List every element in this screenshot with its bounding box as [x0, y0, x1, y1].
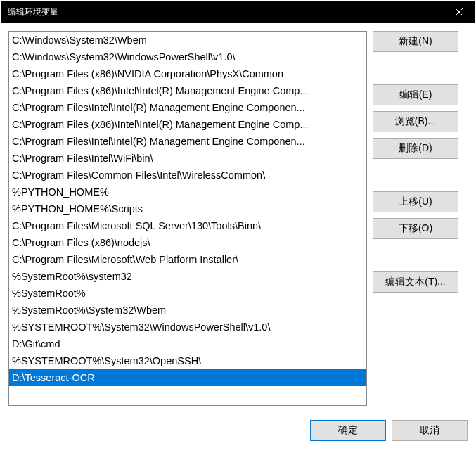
list-item[interactable]: C:\Windows\System32\WindowsPowerShell\v1… [9, 49, 366, 65]
list-item[interactable]: %SYSTEMROOT%\System32\WindowsPowerShell\… [9, 319, 366, 335]
list-item[interactable]: %SystemRoot%\System32\Wbem [9, 302, 366, 319]
ok-button[interactable]: 确定 [310, 420, 386, 441]
list-item[interactable]: %SystemRoot%\system32 [9, 268, 366, 285]
list-item[interactable]: D:\Tesseract-OCR [9, 369, 366, 386]
dialog-window: 编辑环境变量 C:\Windows\System32\WbemC:\Window… [0, 0, 476, 467]
close-button[interactable] [443, 1, 475, 23]
moveup-button[interactable]: 上移(U) [373, 191, 458, 212]
list-item[interactable]: %PYTHON_HOME% [9, 184, 366, 200]
side-buttons: 新建(N) 编辑(E) 浏览(B)... 删除(D) 上移(U) 下移(O) 编… [373, 31, 458, 293]
content-row: C:\Windows\System32\WbemC:\Windows\Syste… [8, 31, 468, 406]
list-item[interactable]: C:\Program Files\Intel\WiFi\bin\ [9, 150, 366, 167]
cancel-button[interactable]: 取消 [392, 420, 468, 441]
list-item[interactable]: C:\Program Files\Microsoft\Web Platform … [9, 251, 366, 268]
list-item[interactable]: D:\Git\cmd [9, 335, 366, 352]
list-item[interactable]: C:\Program Files\Common Files\Intel\Wire… [9, 167, 366, 184]
titlebar: 编辑环境变量 [1, 1, 475, 23]
delete-button[interactable]: 删除(D) [373, 138, 458, 159]
dialog-body: C:\Windows\System32\WbemC:\Windows\Syste… [1, 23, 475, 466]
list-item[interactable]: C:\Program Files\Microsoft SQL Server\13… [9, 217, 366, 234]
new-button[interactable]: 新建(N) [373, 31, 458, 52]
list-item[interactable]: C:\Program Files (x86)\Intel\Intel(R) Ma… [9, 82, 366, 99]
list-item[interactable]: C:\Program Files (x86)\Intel\Intel(R) Ma… [9, 116, 366, 133]
movedown-button[interactable]: 下移(O) [373, 218, 458, 239]
list-item[interactable]: %SYSTEMROOT%\System32\OpenSSH\ [9, 352, 366, 369]
footer: 确定 取消 [8, 420, 468, 441]
list-item[interactable]: C:\Program Files (x86)\NVIDIA Corporatio… [9, 65, 366, 82]
window-title: 编辑环境变量 [8, 6, 58, 18]
list-item[interactable]: C:\Program Files (x86)\nodejs\ [9, 234, 366, 251]
path-listbox[interactable]: C:\Windows\System32\WbemC:\Windows\Syste… [8, 31, 367, 406]
close-icon [456, 8, 463, 15]
list-item[interactable]: C:\Program Files\Intel\Intel(R) Manageme… [9, 99, 366, 116]
edittext-button[interactable]: 编辑文本(T)... [373, 271, 458, 293]
list-item[interactable]: C:\Program Files\Intel\Intel(R) Manageme… [9, 133, 366, 150]
list-item[interactable]: %SystemRoot% [9, 285, 366, 302]
browse-button[interactable]: 浏览(B)... [373, 111, 458, 132]
list-item[interactable]: %PYTHON_HOME%\Scripts [9, 200, 366, 217]
list-item[interactable]: C:\Windows\System32\Wbem [9, 32, 366, 49]
edit-button[interactable]: 编辑(E) [373, 84, 458, 105]
